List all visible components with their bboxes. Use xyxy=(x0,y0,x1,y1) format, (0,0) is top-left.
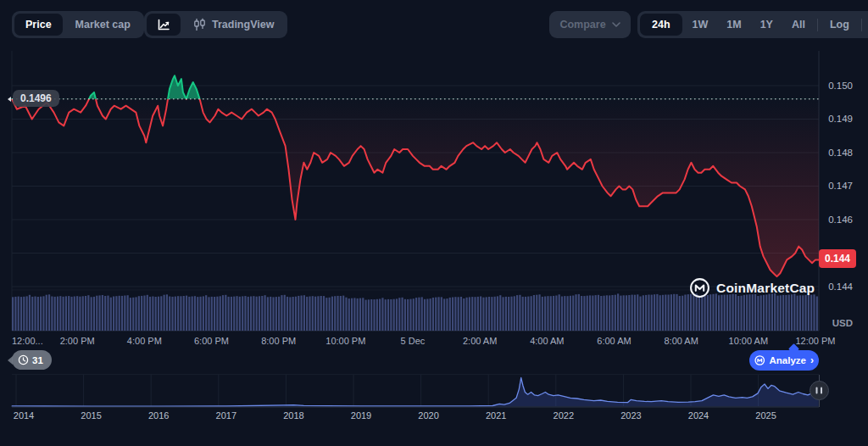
x-axis-label: 6:00 AM xyxy=(597,336,631,346)
current-price-badge: 0.144 xyxy=(819,249,856,268)
x-axis-label: 6:00 PM xyxy=(194,336,229,346)
navigator-year-label: 2018 xyxy=(283,410,303,421)
navigator-year-label: 2025 xyxy=(755,410,776,421)
y-axis-label: 0.146 xyxy=(810,215,853,225)
price-area-below-open xyxy=(12,75,819,276)
navigator-year-label: 2020 xyxy=(418,410,438,421)
toolbar-divider xyxy=(817,19,818,31)
analyze-logo-icon xyxy=(754,354,765,366)
coinmarketcap-logo-icon xyxy=(689,277,710,298)
y-axis-label: 0.144 xyxy=(810,282,853,292)
tradingview-label: TradingView xyxy=(212,19,274,31)
x-axis-label: 12:00... xyxy=(12,336,43,346)
analyze-label: Analyze xyxy=(770,355,806,365)
navigator-year-label: 2024 xyxy=(688,410,709,421)
tradingview-toggle[interactable]: TradingView xyxy=(182,14,285,36)
volume-bars xyxy=(12,293,818,331)
navigator-year-label: 2017 xyxy=(216,410,236,421)
navigator-year-label: 2022 xyxy=(554,410,574,421)
price-chart-page: Price Market cap TradingView Compare xyxy=(0,0,868,446)
line-chart-toggle[interactable] xyxy=(147,14,181,36)
market-cap-tab[interactable]: Market cap xyxy=(64,14,142,36)
x-axis-label: 4:00 AM xyxy=(530,336,564,346)
x-axis-label: 10:00 AM xyxy=(729,336,768,346)
x-axis-label: 2:00 AM xyxy=(463,336,497,346)
x-axis-label: 4:00 PM xyxy=(127,336,162,346)
y-axis-label: 0.149 xyxy=(810,114,853,124)
y-axis-label: 0.148 xyxy=(810,148,853,158)
navigator[interactable] xyxy=(12,375,829,408)
x-axis-label: 8:00 PM xyxy=(261,336,296,346)
currency-unit-label: USD xyxy=(810,318,853,328)
line-chart-icon xyxy=(157,19,170,31)
x-axis-label: 10:00 PM xyxy=(326,336,365,346)
range-1w[interactable]: 1W xyxy=(684,14,717,36)
compare-label: Compare xyxy=(559,19,605,31)
chevron-down-icon xyxy=(612,22,620,27)
x-axis-label: 12:00 PM xyxy=(795,336,835,346)
range-24h[interactable]: 24h xyxy=(640,14,682,36)
coinmarketcap-watermark: CoinMarketCap xyxy=(689,277,815,298)
open-price-label: 0.1496 xyxy=(13,90,59,107)
clock-history-icon xyxy=(18,354,29,365)
watermark-label: CoinMarketCap xyxy=(716,281,815,296)
analyze-chevron: › xyxy=(810,354,814,366)
x-axis-label: 8:00 AM xyxy=(664,336,698,346)
price-tab[interactable]: Price xyxy=(14,14,63,36)
navigator-year-label: 2021 xyxy=(486,410,506,421)
navigator-drag-handle[interactable] xyxy=(810,382,829,400)
x-axis-label: 2:00 PM xyxy=(60,336,95,346)
navigator-year-label: 2023 xyxy=(620,410,641,421)
analyze-button[interactable]: Analyze › xyxy=(749,350,819,371)
toolbar-divider xyxy=(861,19,862,31)
range-1m[interactable]: 1M xyxy=(718,14,749,36)
navigator-year-label: 2019 xyxy=(351,410,371,421)
y-axis-label: 0.147 xyxy=(810,181,853,191)
y-axis-label: 0.150 xyxy=(810,81,853,91)
navigator-year-label: 2016 xyxy=(148,410,169,421)
history-count-badge[interactable]: 31 xyxy=(12,350,52,370)
compare-button[interactable]: Compare xyxy=(549,11,631,38)
history-count: 31 xyxy=(32,355,43,365)
candlestick-icon xyxy=(193,18,206,31)
range-all[interactable]: All xyxy=(783,14,814,36)
x-axis-label: 5 Dec xyxy=(401,336,426,346)
log-scale-toggle[interactable]: Log xyxy=(821,14,858,36)
navigator-year-label: 2014 xyxy=(14,410,34,421)
chart-type-toggle-group: TradingView xyxy=(144,11,287,38)
navigator-area xyxy=(12,378,819,407)
price-chart-canvas[interactable] xyxy=(0,0,868,446)
range-1y[interactable]: 1Y xyxy=(752,14,782,36)
navigator-year-label: 2015 xyxy=(81,410,101,421)
price-marketcap-toggle-group: Price Market cap xyxy=(12,11,144,38)
open-price-marker xyxy=(8,97,11,102)
range-selector-group: 24h 1W 1M 1Y All Log xyxy=(637,11,868,38)
